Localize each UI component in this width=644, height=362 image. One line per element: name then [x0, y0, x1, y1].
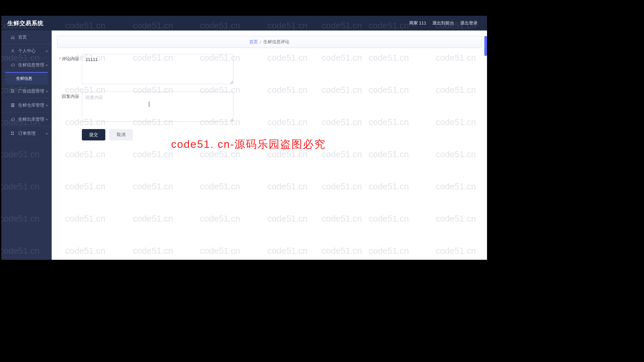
- reply-textarea[interactable]: [82, 92, 233, 122]
- merchant-label[interactable]: 商家 111: [409, 20, 426, 26]
- reply-label: 回复内容: [57, 92, 79, 100]
- header-right-links: 商家 111 退出到前台 退出登录: [409, 20, 487, 26]
- required-asterisk: *: [59, 56, 61, 61]
- sidebar-item-warehouse[interactable]: 生鲜仓库管理 ▾: [1, 98, 52, 112]
- sidebar-item-label: 订单管理: [18, 130, 36, 136]
- sidebar-item-label: 广告信息管理: [18, 88, 44, 94]
- logout-link[interactable]: 退出登录: [460, 20, 478, 26]
- grid-icon: [11, 89, 15, 93]
- sidebar-item-fresh-info[interactable]: 生鲜信息管理 ▾: [1, 58, 52, 72]
- sidebar-item-label: 生鲜仓库管理: [18, 102, 44, 108]
- chevron-down-icon: ▾: [46, 118, 48, 121]
- chevron-down-icon: ▾: [46, 104, 48, 107]
- chevron-down-icon: ▾: [46, 89, 48, 93]
- breadcrumb: 首页 / 生鲜信息评论: [57, 36, 482, 48]
- form-buttons: 提交 取消: [82, 129, 482, 140]
- sidebar-item-label: 生鲜信息管理: [18, 62, 44, 68]
- bars-icon: [11, 103, 15, 107]
- sidebar-item-ads[interactable]: 广告信息管理 ▾: [1, 84, 52, 98]
- sidebar-item-label: 首页: [18, 34, 27, 40]
- sidebar-item-label: 个人中心: [18, 48, 36, 54]
- form-row-reply: 回复内容: [57, 92, 482, 123]
- header-bar: 生鲜交易系统 商家 111 退出到前台 退出登录: [1, 16, 487, 31]
- home-icon: [11, 35, 15, 39]
- chevron-down-icon: ▾: [46, 63, 48, 67]
- breadcrumb-home[interactable]: 首页: [249, 39, 258, 45]
- sidebar-item-label: 生鲜出库管理: [18, 116, 44, 122]
- cancel-button[interactable]: 取消: [109, 129, 133, 140]
- grid-icon: [11, 131, 15, 135]
- goto-front-link[interactable]: 退出到前台: [432, 20, 454, 26]
- chevron-down-icon: ▾: [46, 132, 48, 135]
- main-content: 首页 / 生鲜信息评论 *评论内容 回复内容 提交 取消: [52, 31, 487, 260]
- form-row-comment: *评论内容: [57, 54, 482, 85]
- comment-textarea[interactable]: [82, 54, 233, 84]
- sidebar-item-outbound[interactable]: 生鲜出库管理 ▾: [1, 112, 52, 126]
- cloud-icon: [11, 117, 15, 121]
- sidebar-item-orders[interactable]: 订单管理 ▾: [1, 126, 52, 140]
- breadcrumb-current: 生鲜信息评论: [263, 39, 289, 45]
- app-title: 生鲜交易系统: [7, 19, 44, 27]
- sidebar: 首页 个人中心 ▾ 生鲜信息管理 ▾ 生鲜信息 广告信息管理 ▾: [1, 31, 52, 260]
- sidebar-sub-fresh-info[interactable]: 生鲜信息: [5, 72, 48, 84]
- user-icon: [11, 49, 15, 53]
- app-window: 生鲜交易系统 商家 111 退出到前台 退出登录 首页 个人中心 ▾ 生鲜: [1, 16, 487, 260]
- submit-button[interactable]: 提交: [82, 129, 105, 140]
- sidebar-item-home[interactable]: 首页: [1, 31, 52, 44]
- comment-label: *评论内容: [57, 54, 79, 62]
- letterbox-top: [0, 0, 644, 16]
- sidebar-item-personal[interactable]: 个人中心 ▾: [1, 44, 52, 58]
- breadcrumb-separator: /: [260, 40, 261, 45]
- scrollbar-thumb[interactable]: [484, 36, 487, 56]
- cloud-icon: [11, 63, 15, 67]
- svg-point-0: [12, 50, 13, 51]
- sidebar-sub-label: 生鲜信息: [16, 76, 32, 81]
- text-caret: [149, 102, 149, 107]
- chevron-down-icon: ▾: [46, 49, 48, 53]
